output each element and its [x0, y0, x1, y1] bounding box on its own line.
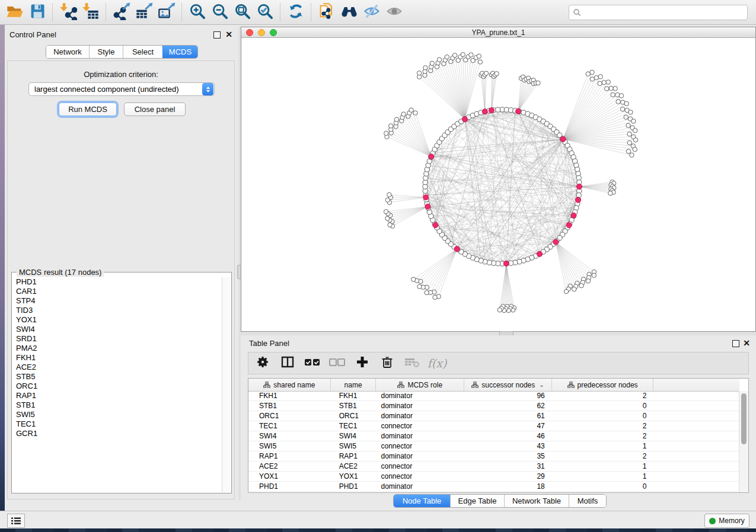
search-input[interactable] [581, 8, 744, 17]
list-item[interactable]: CAR1 [12, 287, 222, 296]
panel-menu-button[interactable] [7, 514, 25, 528]
table-cell: FKH1 [331, 392, 377, 400]
split-icon [280, 355, 295, 371]
table-row[interactable]: ACE2ACE2connector311 [248, 462, 739, 472]
show-all-columns-button[interactable] [304, 355, 321, 371]
tab-edge-table[interactable]: Edge Table [450, 495, 504, 507]
toolbar-separator [181, 4, 183, 21]
tab-mcds[interactable]: MCDS [162, 46, 197, 58]
column-header-name[interactable]: name [331, 379, 377, 391]
table-row[interactable]: SWI5SWI5connector431 [248, 441, 739, 451]
close-panel-icon[interactable]: ✕ [225, 30, 232, 39]
table-cell: 0 [552, 412, 654, 420]
export-table-icon [135, 2, 153, 23]
list-item[interactable]: STB1 [12, 400, 222, 410]
list-item[interactable]: RAP1 [12, 391, 222, 400]
criterion-select[interactable]: largest connected component (undirected) [28, 82, 215, 96]
list-item[interactable]: SRD1 [12, 334, 222, 344]
delete-columns-button[interactable] [379, 355, 395, 371]
float-panel-icon[interactable] [732, 340, 739, 347]
list-item[interactable]: TID3 [12, 306, 222, 315]
table-scrollbar[interactable] [739, 391, 748, 492]
toolbar-buttons [4, 2, 406, 23]
search-box[interactable] [569, 5, 748, 20]
table-cell: SWI4 [248, 432, 331, 440]
table-row[interactable]: STB1STB1dominator620 [248, 401, 739, 411]
apply-layout-button[interactable] [285, 2, 307, 23]
create-column-button[interactable] [354, 355, 371, 371]
list-item[interactable]: PHD1 [12, 277, 222, 287]
tab-motifs[interactable]: Motifs [569, 495, 606, 507]
float-panel-icon[interactable] [213, 31, 221, 39]
list-item[interactable]: GCR1 [12, 429, 222, 438]
column-header-predecessor-nodes[interactable]: predecessor nodes [552, 379, 654, 391]
column-header-shared-name[interactable]: shared name [248, 379, 331, 391]
table-row[interactable]: PHD1PHD1dominator180 [248, 482, 739, 492]
list-item[interactable]: SWI4 [12, 325, 222, 334]
network-document-button[interactable] [315, 2, 338, 23]
import-table-button[interactable] [79, 2, 102, 23]
split-panel-button[interactable] [279, 355, 296, 371]
show-all-button[interactable] [383, 2, 406, 23]
mcds-result-list[interactable]: PHD1CAR1STP4TID3YOX1SWI4SRD1PMA2FKH1ACE2… [12, 277, 222, 492]
import-network-button[interactable] [57, 2, 79, 23]
import-network-icon [59, 2, 77, 23]
open-file-button[interactable] [4, 2, 26, 23]
list-item[interactable]: FKH1 [12, 353, 222, 363]
gear-icon [256, 355, 270, 371]
network-graph[interactable] [241, 38, 755, 331]
table-cell: FKH1 [248, 392, 331, 400]
table-cell: 62 [464, 402, 552, 410]
column-settings-button[interactable] [254, 355, 271, 371]
list-item[interactable]: SWI5 [12, 410, 222, 419]
zoom-in-button[interactable] [186, 2, 209, 23]
export-image-button[interactable] [155, 2, 178, 23]
list-item[interactable]: ACE2 [12, 363, 222, 372]
network-window: YPA_prune.txt_1 [241, 27, 756, 332]
hide-selected-button[interactable] [361, 2, 383, 23]
status-bar: Memory [0, 511, 756, 528]
save-session-button[interactable] [26, 2, 49, 23]
list-item[interactable]: PMA2 [12, 344, 222, 353]
list-item[interactable]: YOX1 [12, 315, 222, 325]
first-neighbors-button[interactable] [338, 2, 361, 23]
table-cell: 1 [552, 442, 654, 450]
list-item[interactable]: ORC1 [12, 382, 222, 391]
export-network-button[interactable] [110, 2, 133, 23]
close-panel-icon[interactable]: ✕ [743, 338, 750, 348]
run-mcds-button[interactable]: Run MCDS [59, 102, 117, 116]
table-row[interactable]: YOX1YOX1connector291 [248, 472, 739, 482]
table-row[interactable]: RAP1RAP1dominator352 [248, 451, 739, 462]
tab-select[interactable]: Select [123, 46, 162, 58]
network-window-titlebar[interactable]: YPA_prune.txt_1 [241, 27, 755, 38]
tab-style[interactable]: Style [89, 46, 123, 58]
tab-network[interactable]: Network [46, 46, 89, 58]
workspace: Control Panel ✕ NetworkStyleSelectMCDS O… [5, 25, 756, 511]
tab-network-table[interactable]: Network Table [504, 495, 569, 507]
zoom-selected-button[interactable] [254, 2, 276, 23]
hide-all-columns-button[interactable] [329, 355, 346, 371]
table-row[interactable]: TEC1TEC1connector472 [248, 421, 739, 431]
list-item[interactable]: TEC1 [12, 419, 222, 429]
table-row[interactable]: SWI4SWI4dominator462 [248, 431, 739, 441]
list-item[interactable]: STB5 [12, 372, 222, 382]
export-table-button[interactable] [133, 2, 155, 23]
table-row[interactable]: ORC1ORC1dominator610 [248, 411, 739, 421]
list-item[interactable]: STP4 [12, 296, 222, 306]
memory-button[interactable]: Memory [704, 514, 749, 528]
table-row[interactable]: FKH1FKH1dominator962 [248, 391, 739, 401]
zoom-out-button[interactable] [209, 2, 231, 23]
memory-status-dot [709, 518, 716, 524]
column-header-MCDS-role[interactable]: MCDS role [376, 379, 464, 391]
scrollbar-thumb[interactable] [741, 393, 747, 444]
application-window: Control Panel ✕ NetworkStyleSelectMCDS O… [0, 0, 756, 532]
network-canvas[interactable] [241, 38, 755, 331]
tab-node-table[interactable]: Node Table [394, 495, 450, 507]
close-panel-button[interactable]: Close panel [124, 102, 186, 116]
zoom-fit-button[interactable] [231, 2, 254, 23]
table-cell: 35 [464, 452, 552, 460]
mcds-list-scrollbar[interactable] [222, 277, 231, 492]
column-header-successor-nodes[interactable]: successor nodes⌄ [464, 379, 552, 391]
export-image-icon [158, 2, 176, 23]
table-cell: 96 [464, 392, 552, 400]
